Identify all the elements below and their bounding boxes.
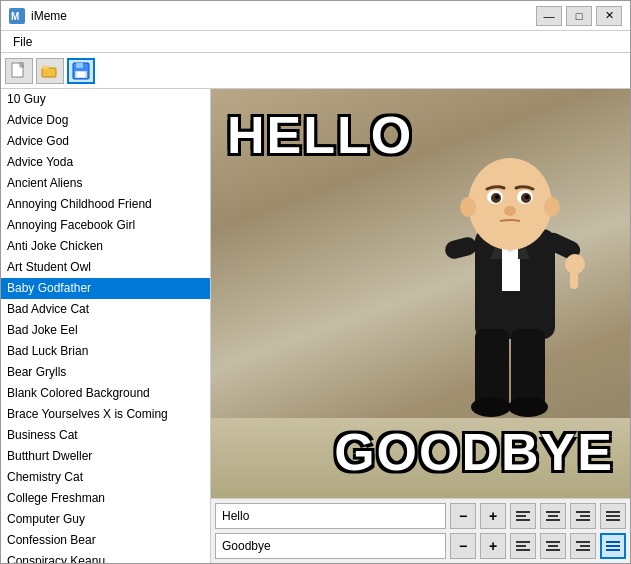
meme-bottom-text: GOODBYE [334, 422, 614, 482]
title-text: iMeme [31, 9, 67, 23]
svg-point-26 [495, 195, 499, 199]
bottom-align-right[interactable] [570, 533, 596, 559]
svg-rect-38 [516, 519, 530, 521]
svg-rect-56 [576, 549, 590, 551]
bottom-align-justify[interactable] [600, 533, 626, 559]
align-right-icon [576, 509, 590, 523]
save-button[interactable] [67, 58, 95, 84]
align-justify-icon [606, 509, 620, 523]
svg-rect-32 [475, 329, 509, 409]
align-right-icon [576, 539, 590, 553]
main-window: M iMeme — □ ✕ File [0, 0, 631, 564]
top-align-left[interactable] [510, 503, 536, 529]
svg-rect-48 [516, 541, 530, 543]
list-panel: 10 Guy Advice Dog Advice God Advice Yoda… [1, 89, 211, 563]
list-item[interactable]: Business Cat [1, 425, 210, 446]
svg-rect-43 [580, 515, 590, 517]
toolbar [1, 53, 630, 89]
meme-scene: HELLO GOODBYE [211, 89, 630, 498]
bottom-text-row: − + [215, 533, 626, 559]
svg-rect-54 [576, 541, 590, 543]
svg-rect-31 [570, 269, 578, 289]
svg-rect-40 [548, 515, 558, 517]
meme-list[interactable]: 10 Guy Advice Dog Advice God Advice Yoda… [1, 89, 210, 563]
app-icon: M [9, 8, 25, 24]
list-item[interactable]: College Freshman [1, 488, 210, 509]
open-icon [41, 62, 59, 80]
meme-canvas: HELLO GOODBYE [211, 89, 630, 498]
align-center-icon [546, 539, 560, 553]
maximize-button[interactable]: □ [566, 6, 592, 26]
list-item[interactable]: Annoying Facebook Girl [1, 215, 210, 236]
close-button[interactable]: ✕ [596, 6, 622, 26]
list-item[interactable]: Advice God [1, 131, 210, 152]
svg-rect-45 [606, 511, 620, 513]
open-button[interactable] [36, 58, 64, 84]
right-panel: HELLO GOODBYE − + [211, 89, 630, 563]
svg-rect-47 [606, 519, 620, 521]
svg-point-20 [544, 197, 560, 217]
list-item[interactable]: Conspiracy Keanu [1, 551, 210, 563]
bottom-align-left[interactable] [510, 533, 536, 559]
list-item-confession-bear[interactable]: Confession Bear [1, 530, 210, 551]
top-align-center[interactable] [540, 503, 566, 529]
title-bar-left: M iMeme [9, 8, 67, 24]
top-font-increase[interactable]: + [480, 503, 506, 529]
top-text-input[interactable] [215, 503, 446, 529]
svg-rect-39 [546, 511, 560, 513]
svg-rect-37 [516, 515, 526, 517]
list-item[interactable]: Advice Yoda [1, 152, 210, 173]
menu-bar: File [1, 31, 630, 53]
align-left-icon [516, 539, 530, 553]
list-item[interactable]: Brace Yourselves X is Coming [1, 404, 210, 425]
top-font-decrease[interactable]: − [450, 503, 476, 529]
new-button[interactable] [5, 58, 33, 84]
bottom-align-center[interactable] [540, 533, 566, 559]
svg-rect-51 [546, 541, 560, 543]
list-item-baby-godfather[interactable]: Baby Godfather [1, 278, 210, 299]
image-area: HELLO GOODBYE [211, 89, 630, 498]
top-align-right[interactable] [570, 503, 596, 529]
top-text-row: − + [215, 503, 626, 529]
bottom-font-increase[interactable]: + [480, 533, 506, 559]
svg-rect-53 [546, 549, 560, 551]
svg-rect-42 [576, 511, 590, 513]
align-center-icon [546, 509, 560, 523]
title-bar: M iMeme — □ ✕ [1, 1, 630, 31]
title-controls: — □ ✕ [536, 6, 622, 26]
svg-rect-58 [606, 545, 620, 547]
svg-point-19 [460, 197, 476, 217]
minimize-button[interactable]: — [536, 6, 562, 26]
list-item[interactable]: 10 Guy [1, 89, 210, 110]
list-item[interactable]: Bad Joke Eel [1, 320, 210, 341]
bottom-font-decrease[interactable]: − [450, 533, 476, 559]
align-justify-icon [606, 539, 620, 553]
list-item[interactable]: Computer Guy [1, 509, 210, 530]
list-item[interactable]: Ancient Aliens [1, 173, 210, 194]
list-item-bad-luck-brian[interactable]: Bad Luck Brian [1, 341, 210, 362]
top-align-justify[interactable] [600, 503, 626, 529]
list-item[interactable]: Art Student Owl [1, 257, 210, 278]
svg-rect-57 [606, 541, 620, 543]
list-item[interactable]: Anti Joke Chicken [1, 236, 210, 257]
bottom-text-input[interactable] [215, 533, 446, 559]
svg-rect-52 [548, 545, 558, 547]
list-item-bear-grylls[interactable]: Bear Grylls [1, 362, 210, 383]
list-item[interactable]: Bad Advice Cat [1, 299, 210, 320]
list-item[interactable]: Butthurt Dweller [1, 446, 210, 467]
svg-rect-50 [516, 549, 530, 551]
list-item-annoying-childhood-friend[interactable]: Annoying Childhood Friend [1, 194, 210, 215]
svg-point-34 [471, 397, 511, 417]
baby-figure [420, 129, 600, 449]
list-item[interactable]: Advice Dog [1, 110, 210, 131]
svg-point-21 [504, 206, 516, 216]
svg-rect-28 [443, 235, 479, 261]
svg-rect-5 [42, 68, 56, 77]
svg-text:M: M [11, 11, 19, 22]
save-icon [72, 62, 90, 80]
meme-top-text: HELLO [227, 105, 413, 165]
svg-rect-6 [42, 66, 49, 69]
list-item[interactable]: Blank Colored Background [1, 383, 210, 404]
menu-file[interactable]: File [5, 33, 40, 51]
list-item[interactable]: Chemistry Cat [1, 467, 210, 488]
